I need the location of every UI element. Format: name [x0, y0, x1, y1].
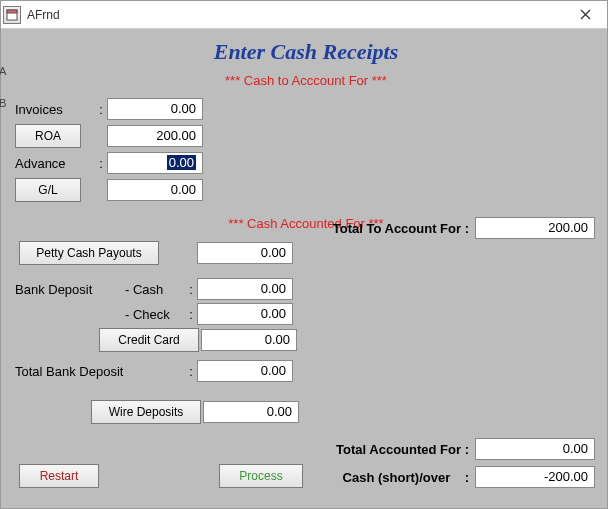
invoices-input[interactable]: 0.00	[107, 98, 203, 120]
petty-cash-button[interactable]: Petty Cash Payouts	[19, 241, 159, 265]
cash-short-over-label: Cash (short)/over :	[315, 470, 475, 485]
window-title: AFrnd	[27, 8, 565, 22]
to-account-group: Invoices : 0.00 ROA 200.00 Advance : 0.0…	[15, 98, 315, 202]
roa-input[interactable]: 200.00	[107, 125, 203, 147]
check-input[interactable]: 0.00	[197, 303, 293, 325]
form-icon	[3, 6, 21, 24]
total-bank-deposit-input[interactable]: 0.00	[197, 360, 293, 382]
colon: :	[95, 156, 107, 171]
gl-input[interactable]: 0.00	[107, 179, 203, 201]
accounted-group: Petty Cash Payouts 0.00 Bank Deposit - C…	[15, 241, 597, 424]
page-title: Enter Cash Receipts	[15, 39, 597, 65]
bottom-buttons: Restart Process	[19, 464, 303, 488]
cash-label: - Cash	[125, 282, 185, 297]
roa-button[interactable]: ROA	[15, 124, 81, 148]
form-area: A B Enter Cash Receipts *** Cash to Accc…	[1, 29, 607, 508]
window: AFrnd A B Enter Cash Receipts *** Cash t…	[0, 0, 608, 509]
total-accounted-value[interactable]: 0.00	[475, 438, 595, 460]
total-bank-deposit-label: Total Bank Deposit	[15, 364, 185, 379]
total-to-account-row: Total To Account For : 200.00	[295, 217, 595, 239]
total-accounted-label: Total Accounted For :	[315, 442, 475, 457]
wire-deposits-button[interactable]: Wire Deposits	[91, 400, 201, 424]
cash-short-over-value[interactable]: -200.00	[475, 466, 595, 488]
colon: :	[95, 102, 107, 117]
side-marker-2: B	[0, 97, 6, 109]
advance-label: Advance	[15, 156, 95, 171]
advance-input[interactable]: 0.00	[107, 152, 203, 174]
bank-deposit-label: Bank Deposit	[15, 282, 125, 297]
petty-cash-input[interactable]: 0.00	[197, 242, 293, 264]
colon: :	[185, 364, 197, 379]
restart-button[interactable]: Restart	[19, 464, 99, 488]
colon: :	[185, 307, 197, 322]
svg-rect-1	[7, 10, 17, 13]
total-to-account-label: Total To Account For :	[295, 221, 475, 236]
wire-deposits-input[interactable]: 0.00	[203, 401, 299, 423]
cash-input[interactable]: 0.00	[197, 278, 293, 300]
invoices-label: Invoices	[15, 102, 95, 117]
totals-group: Total Accounted For : 0.00 Cash (short)/…	[315, 438, 595, 488]
credit-card-button[interactable]: Credit Card	[99, 328, 199, 352]
credit-card-input[interactable]: 0.00	[201, 329, 297, 351]
close-button[interactable]	[565, 2, 605, 28]
side-marker: A	[0, 65, 6, 77]
colon: :	[185, 282, 197, 297]
process-button[interactable]: Process	[219, 464, 303, 488]
check-label: - Check	[125, 307, 185, 322]
total-to-account-value[interactable]: 200.00	[475, 217, 595, 239]
section-head-to-account: *** Cash to Acccount For ***	[15, 73, 597, 88]
titlebar: AFrnd	[1, 1, 607, 29]
gl-button[interactable]: G/L	[15, 178, 81, 202]
